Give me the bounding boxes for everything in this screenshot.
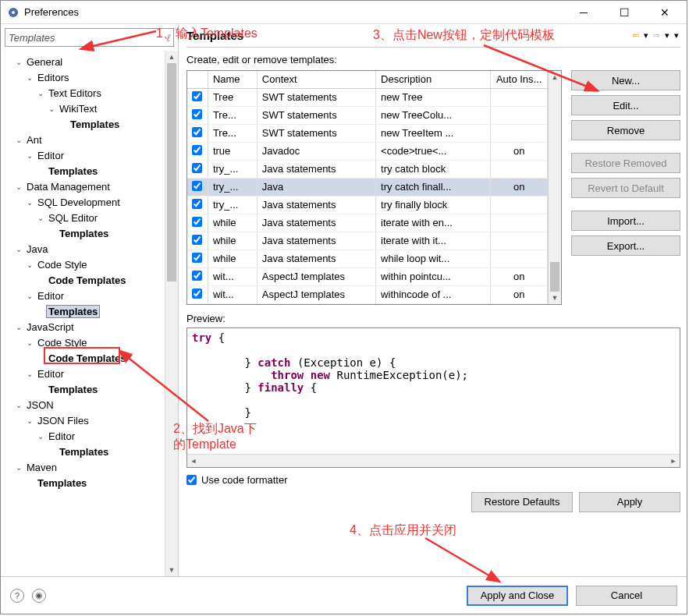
expand-icon[interactable]: ⌄ <box>13 323 24 331</box>
close-button[interactable]: ✕ <box>649 2 680 23</box>
expand-icon[interactable]: ⌄ <box>24 416 35 425</box>
row-checkbox[interactable] <box>192 271 202 281</box>
templates-table[interactable]: Name Context Description Auto Ins... Tre… <box>186 70 562 305</box>
minimize-button[interactable]: ─ <box>568 2 599 23</box>
tree-item[interactable]: ⌄Code Style <box>2 257 165 272</box>
workspace-icon[interactable]: ◉ <box>32 589 46 603</box>
tree-item[interactable]: ⌄Editor <box>2 366 165 381</box>
scroll-thumb[interactable] <box>167 63 176 281</box>
tree-item[interactable]: Code Templates <box>2 272 165 288</box>
tree-item[interactable]: Templates <box>2 116 165 132</box>
tree-item[interactable]: Code Templates <box>2 350 165 366</box>
expand-icon[interactable]: ⌄ <box>35 432 46 441</box>
tree-item[interactable]: ⌄Ant <box>2 132 165 147</box>
revert-button[interactable]: Revert to Default <box>571 178 680 198</box>
table-row[interactable]: TreeSWT statementsnew Tree <box>187 88 548 106</box>
nav-menu-icon[interactable]: ▾ <box>673 30 680 41</box>
expand-icon[interactable]: ⌄ <box>35 89 46 97</box>
expand-icon[interactable]: ⌄ <box>24 151 35 160</box>
tree-item[interactable]: Templates <box>2 163 165 179</box>
expand-icon[interactable]: ⌄ <box>13 182 24 191</box>
import-button[interactable]: Import... <box>571 211 680 231</box>
col-name[interactable]: Name <box>208 71 257 88</box>
tree-item[interactable]: ⌄WikiText <box>2 101 165 116</box>
expand-icon[interactable]: ⌄ <box>24 198 35 207</box>
remove-button[interactable]: Remove <box>571 120 680 140</box>
col-context[interactable]: Context <box>257 71 375 88</box>
table-scrollbar[interactable]: ▲ ▼ <box>548 71 561 304</box>
tree-item[interactable]: ⌄SQL Editor <box>2 210 165 225</box>
table-row[interactable]: try_...Javatry catch finall...on <box>187 178 548 196</box>
export-button[interactable]: Export... <box>571 235 680 256</box>
expand-icon[interactable]: ⌄ <box>13 401 24 409</box>
col-auto-insert[interactable]: Auto Ins... <box>491 71 548 88</box>
apply-button[interactable]: Apply <box>579 492 680 512</box>
tree-scrollbar[interactable]: ▲ ▼ <box>165 51 178 576</box>
tree-item[interactable]: ⌄JSON <box>2 397 165 412</box>
tree-item[interactable]: Templates <box>2 475 165 490</box>
table-row[interactable]: wit...AspectJ templateswithincode of ...… <box>187 285 548 303</box>
search-input[interactable]: ℓ <box>5 28 174 47</box>
scroll-right-icon[interactable]: ▶ <box>667 455 680 467</box>
row-checkbox[interactable] <box>192 253 202 263</box>
cancel-button[interactable]: Cancel <box>576 586 677 606</box>
table-row[interactable]: Tre...SWT statementsnew TreeColu... <box>187 106 548 124</box>
row-checkbox[interactable] <box>192 289 202 299</box>
tree-item[interactable]: ⌄Text Editors <box>2 85 165 101</box>
scroll-thumb[interactable] <box>550 262 559 292</box>
table-row[interactable]: Tre...SWT statementsnew TreeItem ... <box>187 124 548 142</box>
scroll-up-icon[interactable]: ▲ <box>165 51 178 63</box>
row-checkbox[interactable] <box>192 127 202 137</box>
row-checkbox[interactable] <box>192 145 202 155</box>
tree-item[interactable]: ⌄SQL Development <box>2 194 165 210</box>
use-formatter-checkbox[interactable] <box>186 475 197 485</box>
expand-icon[interactable]: ⌄ <box>13 245 24 253</box>
row-checkbox[interactable] <box>192 91 202 101</box>
scroll-left-icon[interactable]: ◀ <box>187 455 200 467</box>
table-row[interactable]: try_...Java statementstry catch block <box>187 160 548 178</box>
table-row[interactable]: whileJava statementsiterate with it... <box>187 232 548 250</box>
tree-item[interactable]: ⌄Editor <box>2 288 165 303</box>
expand-icon[interactable]: ⌄ <box>24 73 35 82</box>
tree-item[interactable]: ⌄Data Management <box>2 179 165 194</box>
row-checkbox[interactable] <box>192 109 202 119</box>
edit-button[interactable]: Edit... <box>571 95 680 115</box>
tree-item[interactable]: ⌄General <box>2 54 165 69</box>
preview-h-scrollbar[interactable]: ◀ ▶ <box>187 454 680 467</box>
expand-icon[interactable]: ⌄ <box>35 214 46 222</box>
tree-item[interactable]: ⌄Editor <box>2 147 165 163</box>
tree-item[interactable]: ⌄JSON Files <box>2 412 165 428</box>
tree-item[interactable]: ⌄Java <box>2 241 165 257</box>
tree-item[interactable]: ⌄Code Style <box>2 335 165 350</box>
restore-removed-button[interactable]: Restore Removed <box>571 153 680 173</box>
nav-forward-menu-icon[interactable]: ▾ <box>663 30 671 41</box>
maximize-button[interactable]: ☐ <box>609 2 640 23</box>
clear-search-icon[interactable]: ℓ <box>167 32 170 44</box>
scroll-down-icon[interactable]: ▼ <box>549 292 561 304</box>
expand-icon[interactable]: ⌄ <box>13 136 24 144</box>
help-icon[interactable]: ? <box>10 589 24 603</box>
col-description[interactable]: Description <box>376 71 491 88</box>
row-checkbox[interactable] <box>192 163 202 173</box>
tree-item[interactable]: ⌄Editor <box>2 428 165 444</box>
expand-icon[interactable]: ⌄ <box>24 338 35 347</box>
table-row[interactable]: trueJavadoc<code>true<...on <box>187 142 548 160</box>
expand-icon[interactable]: ⌄ <box>24 260 35 269</box>
row-checkbox[interactable] <box>192 217 202 227</box>
row-checkbox[interactable] <box>192 181 202 191</box>
tree-item[interactable]: Templates <box>2 225 165 241</box>
table-row[interactable]: try_...Java statementstry finally block <box>187 196 548 214</box>
scroll-up-icon[interactable]: ▲ <box>549 71 561 83</box>
expand-icon[interactable]: ⌄ <box>13 58 24 66</box>
tree-item[interactable]: Templates <box>2 381 165 397</box>
restore-defaults-button[interactable]: Restore Defaults <box>471 492 573 512</box>
apply-and-close-button[interactable]: Apply and Close <box>467 586 568 606</box>
new-button[interactable]: New... <box>571 70 680 90</box>
row-checkbox[interactable] <box>192 235 202 245</box>
tree-item[interactable]: ⌄Editors <box>2 69 165 85</box>
scroll-down-icon[interactable]: ▼ <box>165 564 178 576</box>
search-field[interactable] <box>9 32 167 44</box>
nav-back-menu-icon[interactable]: ▾ <box>642 30 650 41</box>
expand-icon[interactable]: ⌄ <box>46 104 57 113</box>
expand-icon[interactable]: ⌄ <box>24 370 35 378</box>
